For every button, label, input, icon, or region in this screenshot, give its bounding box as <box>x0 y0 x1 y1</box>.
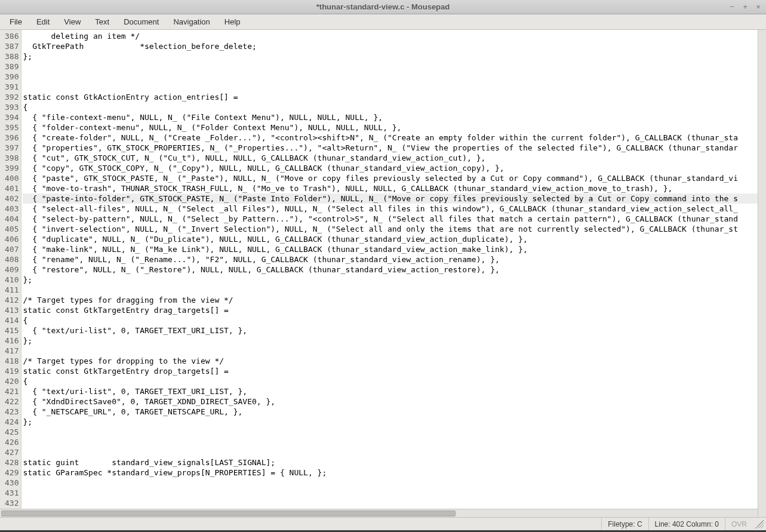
code-line[interactable]: { "duplicate", NULL, N_ ("Du_plicate"), … <box>23 234 758 244</box>
code-line[interactable]: { "folder-context-menu", NULL, N_ ("Fold… <box>23 122 758 133</box>
menu-edit[interactable]: Edit <box>30 16 56 28</box>
window-title: *thunar-standard-view.c - Mousepad <box>316 2 450 11</box>
code-line[interactable]: static GParamSpec *standard_view_props[N… <box>23 468 758 478</box>
menu-file[interactable]: File <box>4 16 28 28</box>
menubar: File Edit View Text Document Navigation … <box>0 14 766 30</box>
code-line[interactable]: { "invert-selection", NULL, N_ ("_Invert… <box>23 224 758 234</box>
code-line[interactable]: { <box>23 315 758 325</box>
status-position: Line: 402 Column: 0 <box>648 518 725 530</box>
code-line[interactable] <box>23 478 758 488</box>
resize-grip-icon[interactable] <box>755 520 764 528</box>
window-controls: − + × <box>728 2 762 11</box>
window-titlebar: *thunar-standard-view.c - Mousepad − + × <box>0 0 766 14</box>
code-line[interactable] <box>23 72 758 82</box>
code-line[interactable]: { "text/uri-list", 0, TARGET_TEXT_URI_LI… <box>23 386 758 396</box>
menu-help[interactable]: Help <box>219 16 247 28</box>
code-line[interactable]: { "paste-into-folder", GTK_STOCK_PASTE, … <box>23 193 758 204</box>
code-line[interactable]: { "file-context-menu", NULL, N_ ("File C… <box>23 112 758 122</box>
code-line[interactable]: { "text/uri-list", 0, TARGET_TEXT_URI_LI… <box>23 325 758 336</box>
code-line[interactable]: { "restore", NULL, N_ ("_Restore"), NULL… <box>23 265 758 275</box>
horizontal-scrollbar[interactable] <box>0 509 758 517</box>
code-line[interactable]: static const GtkTargetEntry drop_targets… <box>23 366 758 376</box>
code-line[interactable]: }; <box>23 417 758 427</box>
code-line[interactable]: { <box>23 376 758 386</box>
code-line[interactable]: static const GtkTargetEntry drag_targets… <box>23 305 758 315</box>
minimize-icon[interactable]: − <box>728 2 736 11</box>
code-line[interactable] <box>23 447 758 457</box>
code-line[interactable]: deleting an item */ <box>23 31 758 41</box>
editor-area[interactable]: 386 387 388 389 390 391 392 393 394 395 … <box>0 30 766 517</box>
code-line[interactable]: static const GtkActionEntry action_entri… <box>23 92 758 102</box>
code-line[interactable]: { "make-link", NULL, N_ ("Ma_ke Link"), … <box>23 244 758 254</box>
code-line[interactable] <box>23 427 758 437</box>
code-line[interactable] <box>23 498 758 508</box>
code-line[interactable]: }; <box>23 336 758 346</box>
menu-document[interactable]: Document <box>118 16 165 28</box>
code-line[interactable]: { "_NETSCAPE_URL", 0, TARGET_NETSCAPE_UR… <box>23 407 758 417</box>
code-line[interactable]: { "properties", GTK_STOCK_PROPERTIES, N_… <box>23 143 758 153</box>
code-line[interactable]: }; <box>23 51 758 61</box>
code-line[interactable]: { "move-to-trash", THUNAR_STOCK_TRASH_FU… <box>23 183 758 193</box>
vertical-scrollbar[interactable] <box>758 30 766 517</box>
code-content[interactable]: deleting an item */ GtkTreePath *selecti… <box>21 30 758 517</box>
code-line[interactable]: { "cut", GTK_STOCK_CUT, N_ ("Cu_t"), NUL… <box>23 153 758 163</box>
status-filetype: Filetype: C <box>601 518 648 530</box>
code-line[interactable]: { "select-all-files", NULL, N_ ("Select … <box>23 204 758 214</box>
statusbar: Filetype: C Line: 402 Column: 0 OVR <box>0 517 766 530</box>
code-line[interactable]: /* Target types for dropping to the view… <box>23 356 758 366</box>
scrollbar-thumb[interactable] <box>1 511 456 516</box>
code-line[interactable] <box>23 285 758 295</box>
menu-navigation[interactable]: Navigation <box>167 16 216 28</box>
maximize-icon[interactable]: + <box>741 2 749 11</box>
code-line[interactable]: { <box>23 102 758 112</box>
close-icon[interactable]: × <box>754 2 762 11</box>
code-line[interactable]: static guint standard_view_signals[LAST_… <box>23 457 758 468</box>
code-line[interactable]: GtkTreePath *selection_before_delete; <box>23 41 758 51</box>
code-line[interactable]: { "rename", NULL, N_ ("_Rename..."), "F2… <box>23 254 758 265</box>
code-line[interactable] <box>23 61 758 72</box>
code-line[interactable]: { "XdndDirectSave0", 0, TARGET_XDND_DIRE… <box>23 396 758 407</box>
code-line[interactable]: /* Target types for dragging from the vi… <box>23 295 758 305</box>
menu-view[interactable]: View <box>58 16 87 28</box>
code-line[interactable]: { "select-by-pattern", NULL, N_ ("Select… <box>23 214 758 224</box>
code-line[interactable]: }; <box>23 275 758 285</box>
code-line[interactable] <box>23 488 758 498</box>
code-line[interactable] <box>23 346 758 356</box>
code-line[interactable] <box>23 437 758 447</box>
line-number-gutter: 386 387 388 389 390 391 392 393 394 395 … <box>0 30 21 517</box>
status-ovr: OVR <box>725 518 753 530</box>
menu-text[interactable]: Text <box>89 16 115 28</box>
code-line[interactable]: { "copy", GTK_STOCK_COPY, N_ ("_Copy"), … <box>23 163 758 173</box>
code-line[interactable] <box>23 82 758 92</box>
code-line[interactable]: { "paste", GTK_STOCK_PASTE, N_ ("_Paste"… <box>23 173 758 183</box>
code-line[interactable]: { "create-folder", NULL, N_ ("Create _Fo… <box>23 133 758 143</box>
